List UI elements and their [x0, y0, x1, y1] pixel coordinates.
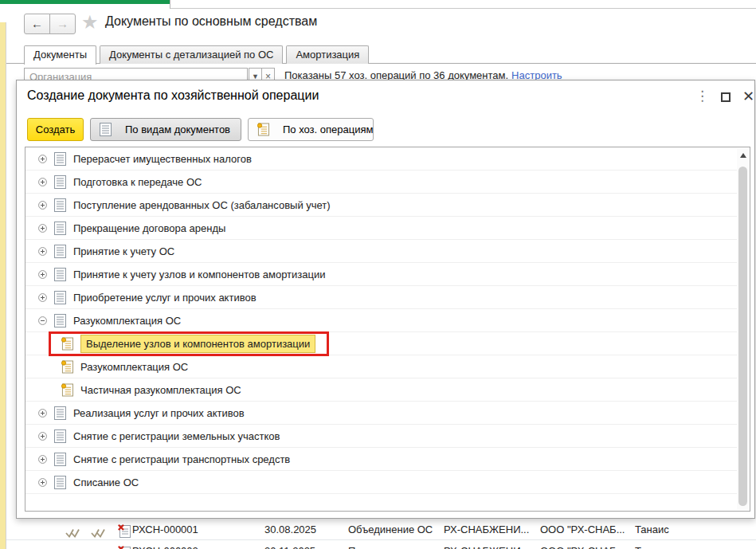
close-icon[interactable]: ✕: [742, 88, 754, 105]
document-author: Танаис: [635, 520, 669, 540]
table-row[interactable]: РХСН-00000130.08.2025Объединение ОСРХ-СН…: [6, 520, 756, 540]
document-author: Т...: [635, 541, 648, 549]
tree-row-label: Поступление арендованных ОС (забалансовы…: [73, 199, 331, 211]
page-title: Документы по основным средствам: [105, 14, 317, 29]
tree-rows: Перерасчет имущественных налоговПодготов…: [25, 147, 737, 511]
collapse-icon[interactable]: [38, 316, 47, 325]
document-org2: ООО "РХ-СНАБ...: [540, 541, 625, 549]
tree-row[interactable]: Реализация услуг и прочих активов: [25, 402, 737, 425]
operation-doc-icon: [61, 383, 73, 397]
history-nav-group: ← →: [24, 14, 76, 34]
tree-row[interactable]: Частичная разукомплектация ОС: [25, 378, 737, 402]
tree-row[interactable]: Снятие с регистрации земельных участков: [25, 425, 737, 448]
scroll-up-icon[interactable]: [740, 153, 746, 158]
tree-row[interactable]: Принятие к учету ОС: [25, 240, 737, 263]
expand-icon[interactable]: [38, 432, 47, 441]
document-type-icon: [54, 406, 66, 420]
sections-panel-edge: [0, 22, 6, 549]
document-org1: РХ-СНАБЖЕНИ...: [444, 541, 529, 549]
screen: ← → ★ Документы по основным средствам До…: [0, 0, 756, 549]
expand-icon[interactable]: [38, 409, 47, 418]
tree-row[interactable]: Перерасчет имущественных налогов: [25, 147, 737, 171]
favorite-star-icon[interactable]: ★: [81, 11, 99, 33]
expand-icon[interactable]: [38, 247, 47, 256]
expand-icon[interactable]: [38, 178, 47, 186]
tree-row[interactable]: Снятие с регистрации транспортных средст…: [25, 448, 737, 471]
document-date: 30.11.2025: [264, 541, 315, 549]
expand-icon[interactable]: [38, 224, 47, 233]
tab-bar: Документы Документы с детализацией по ОС…: [24, 45, 372, 65]
back-arrow-icon: ←: [31, 17, 43, 30]
create-document-dialog: Создание документа по хозяйственной опер…: [16, 80, 755, 519]
document-type-icon: [54, 476, 66, 489]
document-type-icon: [54, 268, 66, 281]
document-type-icon: [54, 175, 66, 189]
document-type-icon: [54, 198, 66, 212]
maximize-icon[interactable]: [721, 92, 731, 102]
tree-row[interactable]: Приобретение услуг и прочих активов: [25, 286, 737, 309]
scrollbar-thumb[interactable]: [738, 167, 747, 506]
more-menu-icon[interactable]: ⋮: [695, 88, 707, 104]
document-type-icon: [54, 222, 66, 235]
tree-row[interactable]: Выделение узлов и компонентов амортизаци…: [25, 332, 737, 355]
back-button[interactable]: ←: [24, 14, 50, 34]
tab-documents[interactable]: Документы: [24, 45, 96, 65]
tree-row-label: Разукомплектация ОС: [73, 315, 181, 327]
document-type-icon: [54, 453, 66, 466]
forward-arrow-icon: →: [57, 17, 69, 30]
tree-row-label: Приобретение услуг и прочих активов: [73, 292, 257, 304]
document-org1: РХ-СНАБЖЕНИ...: [444, 520, 529, 540]
tree-row-label: Подготовка к передаче ОС: [73, 176, 202, 188]
document-type-icon: [54, 245, 66, 258]
tree-row-label: Снятие с регистрации земельных участков: [73, 430, 280, 442]
tree-row-label: Списание ОС: [73, 476, 139, 488]
by-operations-button[interactable]: По хоз. операциям: [248, 118, 374, 141]
operation-tree: Перерасчет имущественных налоговПодготов…: [25, 147, 750, 512]
tab-amortization[interactable]: Амортизация: [286, 45, 369, 64]
expand-icon[interactable]: [38, 155, 47, 163]
expand-icon[interactable]: [38, 293, 47, 302]
expand-icon[interactable]: [38, 270, 47, 279]
tree-row[interactable]: Принятие к учету узлов и компонентов амо…: [25, 263, 737, 286]
tree-row[interactable]: Прекращение договора аренды: [25, 217, 737, 240]
document-operation: Объединение ОС: [348, 520, 433, 540]
forward-button[interactable]: →: [49, 14, 76, 34]
document-type-icon: [54, 429, 66, 443]
expand-icon[interactable]: [38, 201, 47, 210]
create-button[interactable]: Создать: [27, 118, 84, 141]
table-row[interactable]: РХСН-00000230.11.2025П...РХ-СНАБЖЕНИ...О…: [6, 541, 756, 549]
document-number: РХСН-000002: [132, 541, 198, 549]
document-operation: П...: [348, 541, 364, 549]
by-doc-types-button[interactable]: По видам документов: [90, 118, 241, 141]
scrollbar[interactable]: [737, 148, 749, 510]
expand-icon[interactable]: [38, 455, 47, 464]
tree-row[interactable]: Подготовка к передаче ОС: [25, 171, 737, 194]
tree-row[interactable]: Списание ОС: [25, 471, 737, 494]
tree-row-label: Принятие к учету ОС: [73, 245, 174, 257]
by-doc-types-label: По видам документов: [125, 124, 230, 135]
expand-icon[interactable]: [38, 478, 47, 487]
document-deleted-icon: [118, 546, 131, 549]
tree-row-label: Принятие к учету узлов и компонентов амо…: [73, 269, 326, 280]
by-operations-label: По хоз. операциям: [283, 124, 373, 135]
tree-row[interactable]: Разукомплектация ОС: [25, 355, 737, 378]
tree-row-label: Прекращение договора аренды: [73, 222, 225, 234]
tree-row-label: Выделение узлов и компонентов амортизаци…: [80, 335, 315, 353]
tab-documents-detail[interactable]: Документы с детализацией по ОС: [100, 45, 283, 64]
document-number: РХСН-000001: [132, 520, 198, 540]
operation-doc-icon: [61, 337, 73, 351]
documents-table: РХСН-00000130.08.2025Объединение ОСРХ-СН…: [6, 520, 756, 549]
document-type-icon: [54, 314, 66, 327]
dialog-title: Создание документа по хозяйственной опер…: [27, 88, 319, 103]
document-gray-icon: [100, 123, 112, 136]
tree-row-label: Снятие с регистрации транспортных средст…: [73, 453, 290, 465]
document-type-icon: [54, 152, 66, 166]
tree-row-label: Частичная разукомплектация ОС: [80, 384, 241, 396]
tree-row-label: Реализация услуг и прочих активов: [73, 407, 245, 419]
browser-tabstrip-line: [170, 8, 756, 9]
tree-row[interactable]: Разукомплектация ОС: [25, 309, 737, 332]
document-type-icon: [54, 291, 66, 304]
document-yellow-icon: [257, 123, 269, 136]
operation-doc-icon: [61, 360, 73, 374]
tree-row[interactable]: Поступление арендованных ОС (забалансовы…: [25, 194, 737, 217]
